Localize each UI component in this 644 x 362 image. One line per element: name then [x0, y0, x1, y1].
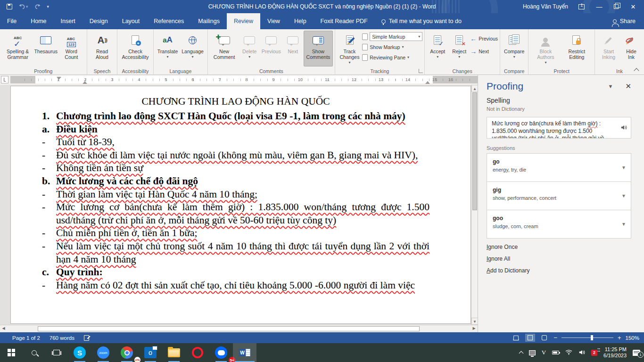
suggestion-item[interactable]: go energy, try, die ▼: [487, 153, 631, 182]
block-authors-button[interactable]: Block Authors: [530, 31, 561, 66]
next-change-button[interactable]: → Next: [470, 46, 498, 56]
chevron-down-icon[interactable]: ▼: [621, 222, 626, 227]
show-markup-button[interactable]: Show Markup▾: [362, 42, 422, 52]
check-accessibility-button[interactable]: Check Accessibility: [119, 31, 151, 66]
new-comment-button[interactable]: ✚ New Comment: [210, 31, 239, 66]
taskbar-zoom[interactable]: zoom: [91, 343, 115, 362]
user-account-name[interactable]: Hoàng Văn Tuyển: [523, 3, 568, 10]
taskbar-zalo[interactable]: 5+: [209, 343, 233, 362]
scroll-up-icon[interactable]: ▲: [471, 85, 478, 92]
hanging-indent-marker[interactable]: [83, 81, 87, 84]
previous-change-button[interactable]: ← Previous: [470, 33, 498, 43]
horizontal-scroll-thumb[interactable]: [38, 326, 420, 331]
pane-options-icon[interactable]: ▼: [608, 83, 613, 89]
chevron-down-icon[interactable]: ▼: [621, 165, 626, 170]
tray-clock[interactable]: 11:25 PM 6/19/2023: [603, 346, 627, 359]
volume-icon[interactable]: [578, 348, 585, 357]
hide-ink-button[interactable]: Hide Ink: [620, 31, 642, 66]
tab-insert[interactable]: Insert: [54, 13, 83, 29]
next-comment-button[interactable]: Next: [282, 31, 304, 66]
add-to-dictionary-link[interactable]: Add to Dictionary: [487, 267, 631, 274]
zoom-out-icon[interactable]: −: [553, 334, 557, 341]
word-count-button[interactable]: ABC123 Word Count: [58, 31, 85, 66]
zoom-slider[interactable]: [561, 337, 613, 338]
start-button[interactable]: [0, 343, 23, 362]
speaker-icon[interactable]: [620, 125, 627, 132]
taskbar-skype[interactable]: S: [68, 343, 91, 362]
tab-mailings[interactable]: Mailings: [191, 13, 227, 29]
ignore-all-link[interactable]: Ignore All: [487, 255, 631, 262]
translate-button[interactable]: aA Translate: [156, 31, 180, 66]
vertical-scrollbar[interactable]: ▲ ▼: [471, 85, 478, 325]
track-changes-button[interactable]: Track Changes: [337, 31, 363, 66]
tab-design[interactable]: Design: [83, 13, 115, 29]
task-view-button[interactable]: [45, 343, 68, 362]
first-line-indent-marker[interactable]: [57, 77, 61, 80]
show-comments-button[interactable]: Show Comments: [304, 31, 332, 66]
taskbar-word-active[interactable]: W: [233, 343, 256, 362]
display-tray-icon[interactable]: [529, 350, 536, 355]
taskbar-file-explorer[interactable]: [162, 343, 186, 362]
ignore-once-link[interactable]: Ignore Once: [487, 244, 631, 250]
restore-button[interactable]: [614, 4, 619, 9]
page-indicator[interactable]: Page 1 of 2: [12, 335, 40, 341]
tray-chevron-up-icon[interactable]: [519, 351, 523, 356]
tab-stop-selector[interactable]: L: [1, 76, 8, 83]
markup-mode-select[interactable]: Simple Markup▾: [370, 32, 422, 41]
taskbar-opera[interactable]: [186, 343, 209, 362]
minimize-button[interactable]: —: [595, 3, 603, 10]
tab-review[interactable]: Review: [227, 13, 260, 29]
previous-comment-button[interactable]: Previous: [260, 31, 282, 66]
proofing-status-icon[interactable]: [84, 335, 89, 341]
scroll-right-icon[interactable]: ▶: [471, 325, 478, 332]
scroll-down-icon[interactable]: ▼: [471, 318, 478, 325]
spelling-grammar-button[interactable]: ABC✓ Spelling & Grammar: [2, 31, 33, 66]
tab-file[interactable]: File: [0, 13, 24, 29]
close-button[interactable]: ✕: [629, 3, 637, 10]
zoom-slider-thumb[interactable]: [591, 335, 593, 340]
read-aloud-button[interactable]: A))) Read Aloud: [89, 31, 115, 66]
taskbar-search-button[interactable]: [23, 343, 45, 362]
start-inking-button[interactable]: Start Inking: [597, 31, 620, 66]
thesaurus-button[interactable]: Thesaurus: [33, 31, 58, 66]
reviewing-pane-button[interactable]: Reviewing Pane▾: [362, 52, 422, 62]
zoom-in-icon[interactable]: +: [618, 334, 621, 341]
suggestion-item[interactable]: goo sludge, corn, cream ▼: [487, 210, 631, 239]
compare-button[interactable]: Compare: [502, 31, 526, 66]
wifi-icon[interactable]: [565, 348, 572, 357]
web-layout-icon[interactable]: [539, 334, 549, 342]
action-center-icon[interactable]: 1: [633, 350, 640, 356]
right-indent-marker[interactable]: [425, 81, 430, 84]
restrict-editing-button[interactable]: Restrict Editing: [561, 31, 593, 66]
pane-close-icon[interactable]: ✕: [625, 82, 631, 90]
word-count-indicator[interactable]: 760 words: [50, 335, 74, 341]
tab-references[interactable]: References: [147, 13, 191, 29]
tell-me-box[interactable]: Tell me what you want to do: [375, 13, 468, 29]
suggestion-item[interactable]: gig show, performance, concert ▼: [487, 181, 631, 210]
taskbar-chrome[interactable]: ATN: [115, 343, 139, 362]
read-mode-icon[interactable]: [511, 334, 521, 342]
tracking-dialog-launcher-icon[interactable]: [419, 69, 423, 73]
v-app-tray-icon[interactable]: V: [542, 349, 546, 356]
share-button[interactable]: Share: [604, 13, 644, 29]
flagged-sentence-box[interactable]: Mức lương cơ bản(chưa kể làm thêm giờ) :…: [487, 117, 631, 139]
tab-home[interactable]: Home: [24, 13, 53, 29]
horizontal-scrollbar[interactable]: ◀ ▶: [0, 325, 478, 332]
tab-view[interactable]: View: [260, 13, 287, 29]
language-button[interactable]: Language: [180, 31, 206, 66]
tab-help[interactable]: Help: [287, 13, 314, 29]
horizontal-ruler[interactable]: L 1 2 3 4 5 6 7 8 9 10 11 12 13 14 15 16: [0, 75, 478, 85]
print-layout-icon[interactable]: [525, 334, 535, 342]
battery-icon[interactable]: [552, 351, 559, 354]
tab-layout[interactable]: Layout: [115, 13, 147, 29]
ribbon-display-options-icon[interactable]: [578, 4, 585, 9]
scroll-left-icon[interactable]: ◀: [0, 325, 7, 332]
vertical-scroll-thumb[interactable]: [472, 92, 477, 210]
taskbar-outlook[interactable]: o: [139, 343, 162, 362]
chevron-down-icon[interactable]: ▼: [621, 193, 626, 198]
reject-button[interactable]: × Reject: [448, 31, 470, 66]
tab-foxit-reader-pdf[interactable]: Foxit Reader PDF: [314, 13, 375, 29]
delete-comment-button[interactable]: Delete: [239, 31, 260, 66]
accept-button[interactable]: ✓ Accept: [427, 31, 448, 66]
document-page[interactable]: CHƯƠNG TRÌNH LAO ĐỘNG HÀN QUỐC 1. Chương…: [10, 86, 471, 324]
